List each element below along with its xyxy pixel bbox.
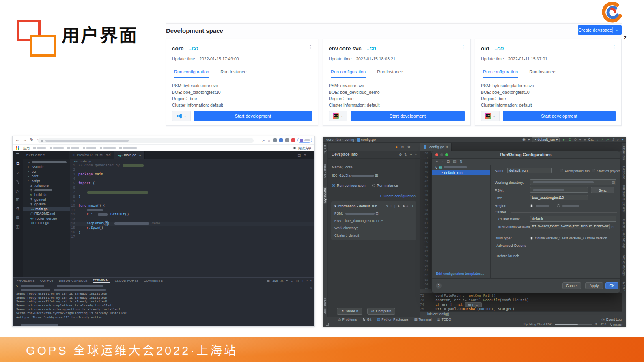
tab-run-instance[interactable]: Run instance <box>377 67 403 78</box>
event-log-button[interactable]: ◷Event Log <box>601 317 626 321</box>
advanced-options-expander[interactable]: › Advanced Options <box>495 243 526 248</box>
remote-icon[interactable]: ◫ <box>13 224 23 229</box>
complain-button[interactable]: ⊙Complain <box>367 308 396 315</box>
chevron-down-icon[interactable]: ▾ <box>579 138 581 142</box>
tab-run-configuration[interactable]: Run configuration <box>331 67 366 78</box>
panel-tab-terminal[interactable]: TERMINAL <box>93 278 110 283</box>
file-item[interactable]: $build.sh <box>23 193 70 198</box>
cluster-name-input[interactable]: default <box>530 216 616 222</box>
start-development-button[interactable]: Start development <box>503 111 616 121</box>
ide-selector[interactable]: GO ⌄ <box>481 111 500 121</box>
reload-icon[interactable]: ↻ <box>30 138 33 142</box>
settings-gear-icon[interactable]: ⚙ <box>407 145 411 149</box>
share-button[interactable]: ↗Share it <box>337 308 362 315</box>
panel-tab-debug-console[interactable]: DEBUG CONSOLE <box>59 279 88 282</box>
copy-icon[interactable]: ⊡ <box>376 219 379 223</box>
toolwindow-terminal[interactable]: ▦Terminal <box>414 317 431 321</box>
workdir-input[interactable]: ▤ <box>530 179 616 185</box>
env-input[interactable]: boe_xiaotongtest10 <box>530 195 588 200</box>
address-bar[interactable] <box>38 138 254 143</box>
rtab-item[interactable]: Database <box>622 166 625 179</box>
tab-run-configuration[interactable]: Run configuration <box>174 67 209 78</box>
forward-icon[interactable]: → <box>23 138 27 142</box>
bookmark-item[interactable] <box>33 147 46 149</box>
cancel-button[interactable]: Cancel <box>562 282 581 289</box>
debug-icon[interactable]: ⊙ <box>410 204 413 208</box>
maximize-panel-icon[interactable]: ^ <box>306 279 308 282</box>
radio-test-version[interactable]: Test version <box>557 236 580 240</box>
tab-run-instance[interactable]: Run instance <box>220 67 246 78</box>
minimize-icon[interactable]: − <box>414 145 416 149</box>
rtab-item[interactable]: Google Cloud Storage <box>622 219 625 248</box>
sort-icon[interactable]: ⇅ <box>460 159 463 164</box>
bc-item[interactable]: biz <box>337 138 345 142</box>
kubernetes-icon[interactable]: ☸ <box>13 215 23 220</box>
start-development-button[interactable]: Start development <box>194 111 312 121</box>
envvar-input[interactable]: RT_0=6789;PORT_1=6790;TCE_DEBUG_PORT=679… <box>530 224 610 229</box>
search-icon[interactable]: ⌕ <box>13 170 23 175</box>
before-launch-expander[interactable]: › Before launch <box>495 254 519 258</box>
file-item[interactable]: $.gitignore <box>23 183 70 188</box>
run-icon[interactable]: ► <box>397 204 401 208</box>
panel-tab-comments[interactable]: COMMENTS <box>144 279 163 282</box>
reading-list-icon[interactable]: ▣ <box>293 146 296 150</box>
edit-templates-link[interactable]: Edit configuration templates... <box>436 272 484 276</box>
caret-position[interactable]: 47:6 <box>600 323 606 326</box>
bookmark-item[interactable] <box>119 147 137 149</box>
remove-icon[interactable]: − <box>441 159 443 164</box>
ok-button[interactable]: OK <box>605 282 618 289</box>
file-item[interactable]: -gorouter_gen.go <box>23 216 70 221</box>
explorer-icon[interactable]: ⧉ <box>13 162 23 166</box>
cancel-task-icon[interactable]: ⊘ <box>595 323 597 326</box>
close-panel-icon[interactable]: × <box>310 279 312 282</box>
create-devspace-button[interactable]: Create devspace ⌄ <box>578 25 622 35</box>
git-update-icon[interactable]: ↓ <box>596 138 598 142</box>
toolwindow-problems[interactable]: ◎Problems <box>338 317 357 321</box>
menu-icon[interactable]: ≡ <box>415 153 417 157</box>
rtab-item[interactable]: Kubernetes Explorer <box>622 185 625 213</box>
run-git-icon[interactable]: ►git <box>403 204 408 208</box>
bc-item[interactable]: core <box>326 138 337 142</box>
back-icon[interactable]: ← <box>15 138 19 142</box>
ide-selector[interactable]: GO ⌄ <box>329 111 347 121</box>
split-editor-icon[interactable]: ◫ <box>298 153 301 157</box>
radio-run-instance[interactable]: Run instance <box>372 183 398 187</box>
extension-icon[interactable] <box>285 138 289 142</box>
file-item-selected[interactable]: -gomain.go <box>23 207 70 211</box>
code-editor[interactable]: -gomain.go 1// Code generated by 23packa… <box>70 159 314 277</box>
copy-icon[interactable]: ⊡ <box>447 159 450 164</box>
git-commit-icon[interactable]: ✓ <box>601 138 604 142</box>
close-icon[interactable]: × <box>139 153 141 157</box>
file-item[interactable]: $ <box>23 188 70 193</box>
git-push-icon[interactable]: ↗ <box>606 138 609 142</box>
file-item[interactable]: ⓘREADME.md <box>23 211 70 216</box>
open-external-icon[interactable]: ↗ <box>380 219 383 223</box>
rtab-item[interactable]: Maven <box>622 282 625 291</box>
kebab-menu-icon[interactable]: ⋮ <box>612 45 616 50</box>
folder-item[interactable]: ›conf <box>23 174 70 179</box>
run-icon[interactable]: ► <box>562 138 566 142</box>
toolwindow-tab-bytesuite[interactable]: ByteSuite <box>323 187 327 204</box>
split-terminal-icon[interactable]: ◫ <box>296 279 299 282</box>
region-radio[interactable] <box>557 204 580 208</box>
extension-icon[interactable] <box>273 138 277 142</box>
run-debug-icon[interactable]: ▷ <box>13 189 23 193</box>
terminal-output[interactable]: ✎ Seems robbyrussell/oh-my-zsh is alread… <box>13 283 314 326</box>
toolwindow-todo[interactable]: ≣TODO <box>437 317 452 321</box>
apply-button[interactable]: Apply <box>585 282 603 289</box>
notifications-icon[interactable]: ● <box>622 138 624 142</box>
chevron-down-icon[interactable]: ⌄ <box>291 279 293 282</box>
copy-icon[interactable]: ⊡ <box>375 211 378 215</box>
apps-grid-icon[interactable] <box>16 146 19 150</box>
folder-icon[interactable]: ▤ <box>453 159 457 164</box>
toolwindow-python-packages[interactable]: ▤Python Packages <box>377 317 408 321</box>
toolwindow-git[interactable]: Git <box>362 317 371 321</box>
chevron-down-icon[interactable]: ⌄ <box>613 28 622 32</box>
more-actions-icon[interactable]: ⋯ <box>309 153 312 157</box>
tree-group[interactable]: ∨G <box>432 165 490 170</box>
chevron-down-icon[interactable]: ▾ <box>528 138 530 142</box>
toolwindow-tab-structure[interactable]: Structure <box>323 164 327 178</box>
debug-icon[interactable]: ⊙ <box>568 138 571 142</box>
rtab-item[interactable]: Cloud Run <box>622 146 625 160</box>
kebab-menu-icon[interactable]: ⋮ <box>308 45 313 50</box>
